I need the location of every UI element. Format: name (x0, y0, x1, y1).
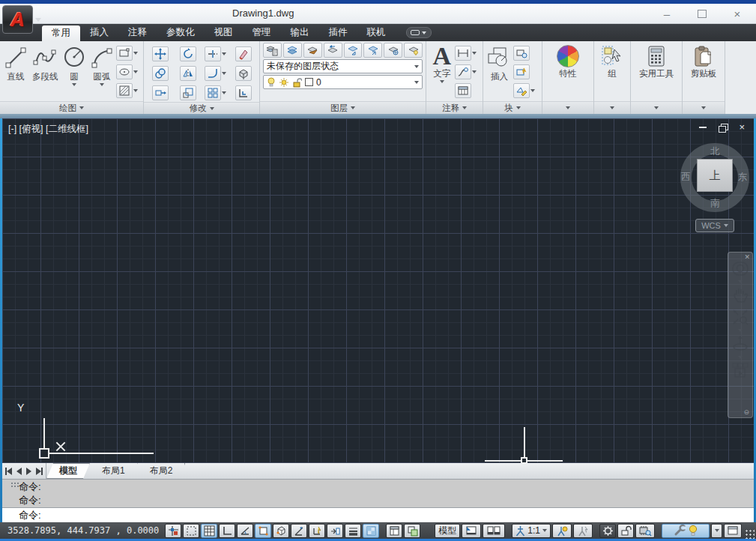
layer-unisolate-button[interactable] (363, 43, 382, 58)
create-block-button[interactable] (513, 46, 530, 61)
viewcube-west-label[interactable]: 西 (681, 171, 691, 184)
quick-view-drawings-button[interactable] (483, 524, 505, 538)
selection-cycling-toggle[interactable] (404, 524, 420, 538)
ribbon-display-toggle[interactable] (406, 27, 432, 38)
orbit-icon[interactable] (731, 334, 750, 354)
edit-block-button[interactable] (513, 64, 530, 79)
explode-button[interactable] (235, 66, 252, 81)
panel-title-utilities[interactable] (631, 101, 682, 114)
panel-title-annotation[interactable]: 注释 (426, 101, 483, 114)
leader-dropdown-icon[interactable] (472, 70, 477, 73)
trim-dropdown-icon[interactable] (222, 52, 226, 55)
window-resize-grip[interactable] (745, 529, 755, 539)
layer-state-combo[interactable]: 未保存的图层状态 (263, 59, 423, 73)
hardware-acceleration-button[interactable] (635, 524, 655, 538)
ribbon-tab-plugins[interactable]: 插件 (319, 24, 357, 41)
3d-object-snap-toggle[interactable] (273, 524, 289, 538)
copy-button[interactable] (152, 66, 169, 81)
layer-previous-button[interactable] (324, 43, 342, 58)
offset-button[interactable] (235, 85, 252, 100)
lock-ui-button[interactable] (617, 524, 634, 538)
navbar-customize-icon[interactable]: ⊖ (743, 408, 749, 416)
tab-layout2[interactable]: 布局2 (138, 463, 186, 479)
zoom-dropdown-icon[interactable] (738, 329, 743, 332)
zoom-extents-icon[interactable] (731, 307, 750, 327)
circle-button[interactable]: 圆 (61, 43, 87, 101)
tab-model[interactable]: 模型 (46, 463, 90, 479)
quick-properties-toggle[interactable] (386, 524, 402, 538)
panel-title-clipboard[interactable] (683, 101, 725, 114)
viewport-controls-label[interactable]: [-] [俯视] [二维线框] (8, 123, 88, 136)
trim-button[interactable] (205, 46, 221, 61)
viewcube-east-label[interactable]: 东 (738, 171, 748, 184)
panel-title-layers[interactable]: 图层 (260, 101, 426, 114)
rectangle-dropdown-icon[interactable] (133, 52, 138, 55)
ribbon-tab-annotate[interactable]: 注释 (118, 24, 157, 41)
polyline-button[interactable]: 多段线 (29, 43, 61, 101)
snap-toggle[interactable] (183, 524, 199, 538)
layer-properties-button[interactable] (263, 43, 282, 58)
lineweight-toggle[interactable] (345, 524, 361, 538)
edit-attributes-dropdown-icon[interactable] (530, 89, 535, 92)
polar-tracking-toggle[interactable] (237, 524, 253, 538)
ellipse-dropdown-icon[interactable] (133, 70, 138, 73)
move-button[interactable] (152, 46, 169, 61)
hatch-dropdown-icon[interactable] (133, 89, 138, 92)
viewport-minimize-icon[interactable] (699, 127, 707, 128)
ribbon-tab-online[interactable]: 联机 (357, 24, 396, 41)
wheel-dropdown-icon[interactable] (738, 280, 743, 283)
performance-tuner-button[interactable] (662, 524, 710, 538)
hatch-button[interactable] (116, 83, 133, 98)
tab-layout1[interactable]: 布局1 (90, 463, 138, 479)
viewcube-top-face[interactable]: 上 (697, 159, 733, 192)
dynamic-ucs-toggle[interactable] (309, 524, 325, 538)
annotation-visibility-button[interactable] (552, 524, 572, 538)
viewcube-south-label[interactable]: 南 (710, 197, 720, 210)
panel-title-modify[interactable]: 修改 (144, 102, 259, 114)
object-snap-tracking-toggle[interactable] (291, 524, 307, 538)
application-menu-dropdown-icon[interactable] (35, 18, 41, 22)
dimension-dropdown-icon[interactable] (472, 52, 477, 55)
quick-view-layouts-button[interactable] (462, 524, 481, 538)
ribbon-tab-manage[interactable]: 管理 (243, 24, 281, 41)
ribbon-tab-view[interactable]: 视图 (205, 24, 243, 41)
last-tab-button[interactable] (36, 468, 43, 475)
ribbon-tab-parametric[interactable]: 参数化 (157, 24, 205, 41)
array-button[interactable] (205, 85, 221, 100)
infer-constraints-toggle[interactable] (165, 524, 181, 538)
stretch-button[interactable] (152, 85, 169, 100)
previous-tab-button[interactable] (16, 468, 22, 475)
viewcube-north-label[interactable]: 北 (710, 145, 720, 158)
clipboard-button[interactable]: 剪贴板 (691, 43, 717, 101)
panel-title-properties[interactable] (542, 101, 593, 114)
ribbon-tab-insert[interactable]: 插入 (80, 24, 118, 41)
command-window-drag-handle[interactable] (10, 482, 20, 489)
layer-freeze-button[interactable] (384, 43, 402, 58)
annotation-scale-button[interactable]: 1:1 (512, 524, 551, 538)
circle-dropdown-icon[interactable] (72, 83, 76, 86)
transparency-toggle[interactable] (363, 524, 379, 538)
fillet-dropdown-icon[interactable] (222, 72, 226, 75)
ellipse-button[interactable] (116, 64, 133, 79)
erase-button[interactable] (235, 46, 252, 61)
workspace-switching-button[interactable] (599, 524, 616, 538)
layer-match-button[interactable] (283, 43, 302, 58)
coordinate-readout[interactable]: 3528.7895, 444.7937 , 0.0000 (7, 525, 163, 536)
annotation-autoscale-button[interactable] (573, 524, 593, 538)
viewport-close-icon[interactable]: × (739, 123, 745, 132)
first-tab-button[interactable] (5, 468, 12, 475)
dynamic-input-toggle[interactable] (327, 524, 343, 538)
next-tab-button[interactable] (26, 468, 31, 475)
pan-hand-icon[interactable] (731, 285, 749, 305)
command-history[interactable]: 命令: 命令: (2, 480, 754, 508)
text-button[interactable]: A 文字 (429, 43, 455, 101)
ortho-toggle[interactable] (219, 524, 235, 538)
leader-button[interactable] (455, 64, 471, 79)
arc-dropdown-icon[interactable] (100, 83, 104, 86)
fillet-button[interactable] (205, 66, 221, 81)
layer-color-swatch[interactable] (305, 78, 313, 86)
layer-change-button[interactable] (303, 43, 322, 58)
clean-screen-button[interactable] (724, 524, 742, 538)
properties-button[interactable]: 特性 (557, 43, 579, 101)
edit-attributes-button[interactable] (513, 83, 530, 98)
